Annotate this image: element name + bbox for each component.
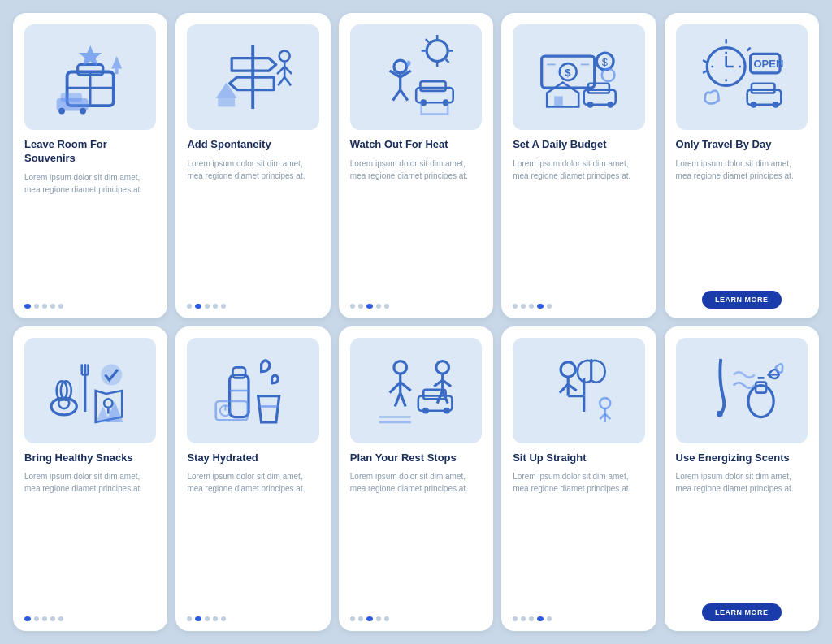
dot-2[interactable] (366, 616, 373, 621)
dot-4[interactable] (221, 616, 226, 621)
card-illustration-stay-hydrated (187, 338, 318, 443)
dot-2[interactable] (529, 304, 534, 309)
svg-rect-54 (554, 96, 562, 106)
card-body-energizing-scents: Lorem ipsum dolor sit dim amet, mea regi… (676, 470, 808, 597)
svg-point-52 (607, 102, 613, 108)
dot-4[interactable] (384, 616, 389, 621)
svg-rect-7 (115, 69, 119, 75)
dot-0[interactable] (350, 616, 355, 621)
dot-0[interactable] (513, 616, 518, 621)
dot-0[interactable] (513, 304, 518, 309)
dot-2[interactable] (205, 616, 210, 621)
dot-3[interactable] (213, 616, 218, 621)
dot-1[interactable] (34, 304, 39, 309)
dot-2[interactable] (205, 304, 210, 309)
card-illustration-healthy-snacks (24, 338, 156, 443)
card-title-add-spontaneity: Add Spontaneity (187, 138, 271, 152)
card-body-stay-hydrated: Lorem ipsum dolor sit dim amet, mea regi… (187, 470, 318, 610)
card-dots-watch-out-heat (350, 304, 389, 309)
card-grid: Leave Room For SouvenirsLorem ipsum dolo… (0, 0, 832, 644)
svg-point-10 (58, 108, 65, 115)
card-illustration-daily-budget: $ $ (513, 24, 644, 130)
learn-more-button-energizing-scents[interactable]: LEARN MORE (702, 603, 782, 621)
dot-0[interactable] (350, 304, 355, 309)
card-illustration-travel-by-day: OPEN (676, 24, 808, 130)
dot-1[interactable] (521, 616, 526, 621)
svg-point-108 (444, 407, 450, 413)
card-title-leave-room: Leave Room For Souvenirs (24, 138, 156, 166)
dot-0[interactable] (187, 304, 192, 309)
card-title-stay-hydrated: Stay Hydrated (187, 452, 258, 465)
dot-2[interactable] (366, 304, 373, 309)
card-illustration-energizing-scents (676, 338, 808, 443)
card-body-leave-room: Lorem ipsum dolor sit dim amet, mea regi… (24, 171, 156, 297)
dot-2[interactable] (42, 616, 47, 621)
card-title-energizing-scents: Use Energizing Scents (676, 452, 790, 465)
card-body-daily-budget: Lorem ipsum dolor sit dim amet, mea regi… (513, 158, 644, 297)
svg-point-107 (422, 407, 429, 413)
dot-1[interactable] (195, 616, 202, 621)
card-illustration-sit-straight (513, 338, 644, 443)
dot-4[interactable] (547, 616, 552, 621)
dot-0[interactable] (24, 616, 31, 621)
card-title-healthy-snacks: Bring Healthy Snacks (24, 452, 133, 465)
card-title-rest-stops: Plan Your Rest Stops (350, 452, 457, 465)
svg-point-131 (717, 410, 723, 417)
dot-2[interactable] (529, 616, 534, 621)
dot-1[interactable] (34, 616, 39, 621)
card-body-sit-straight: Lorem ipsum dolor sit dim amet, mea regi… (513, 470, 644, 610)
svg-text:OPEN: OPEN (753, 58, 783, 70)
card-energizing-scents: Use Energizing ScentsLorem ipsum dolor s… (665, 326, 819, 632)
card-body-watch-out-heat: Lorem ipsum dolor sit dim amet, mea regi… (350, 158, 482, 297)
dot-1[interactable] (521, 304, 526, 309)
card-dots-sit-straight (513, 616, 552, 621)
card-sit-straight: Sit Up StraightLorem ipsum dolor sit dim… (501, 326, 656, 632)
dot-3[interactable] (376, 616, 381, 621)
dot-4[interactable] (58, 616, 63, 621)
card-travel-by-day: OPEN Only Travel By DayLorem ipsum dolor… (665, 13, 819, 318)
card-illustration-add-spontaneity (187, 24, 318, 130)
card-body-rest-stops: Lorem ipsum dolor sit dim amet, mea regi… (350, 470, 482, 610)
dot-3[interactable] (537, 304, 544, 309)
dot-4[interactable] (221, 304, 226, 309)
svg-point-117 (536, 348, 621, 433)
dot-1[interactable] (195, 304, 202, 309)
svg-text:$: $ (565, 67, 571, 79)
svg-rect-23 (219, 98, 236, 106)
svg-point-11 (80, 108, 86, 115)
dot-4[interactable] (547, 304, 552, 309)
dot-0[interactable] (187, 616, 192, 621)
dot-3[interactable] (50, 616, 55, 621)
dot-0[interactable] (24, 304, 31, 309)
card-stay-hydrated: Stay HydratedLorem ipsum dolor sit dim a… (176, 326, 330, 632)
card-illustration-leave-room (24, 24, 156, 130)
card-title-watch-out-heat: Watch Out For Heat (350, 138, 448, 152)
card-add-spontaneity: Add SpontaneityLorem ipsum dolor sit dim… (176, 13, 330, 318)
dot-3[interactable] (50, 304, 55, 309)
card-dots-add-spontaneity (187, 304, 226, 309)
card-dots-daily-budget (513, 304, 552, 309)
card-rest-stops: Plan Your Rest StopsLorem ipsum dolor si… (339, 326, 493, 632)
dot-4[interactable] (384, 304, 389, 309)
dot-4[interactable] (58, 304, 63, 309)
card-dots-leave-room (24, 304, 63, 309)
dot-3[interactable] (537, 616, 544, 621)
dot-2[interactable] (42, 304, 47, 309)
svg-point-24 (374, 35, 458, 119)
card-dots-stay-hydrated (187, 616, 226, 621)
learn-more-button-travel-by-day[interactable]: LEARN MORE (702, 291, 782, 309)
card-title-daily-budget: Set A Daily Budget (513, 138, 606, 152)
svg-point-85 (101, 364, 122, 385)
card-illustration-watch-out-heat (350, 24, 482, 130)
dot-3[interactable] (213, 304, 218, 309)
dot-3[interactable] (376, 304, 381, 309)
card-watch-out-heat: Watch Out For HeatLorem ipsum dolor sit … (339, 13, 493, 318)
card-dots-rest-stops (350, 616, 389, 621)
svg-rect-9 (61, 93, 82, 102)
dot-1[interactable] (358, 304, 363, 309)
card-title-sit-straight: Sit Up Straight (513, 452, 586, 465)
card-title-travel-by-day: Only Travel By Day (676, 138, 772, 152)
card-dots-healthy-snacks (24, 616, 63, 621)
card-body-healthy-snacks: Lorem ipsum dolor sit dim amet, mea regi… (24, 470, 156, 610)
dot-1[interactable] (358, 616, 363, 621)
